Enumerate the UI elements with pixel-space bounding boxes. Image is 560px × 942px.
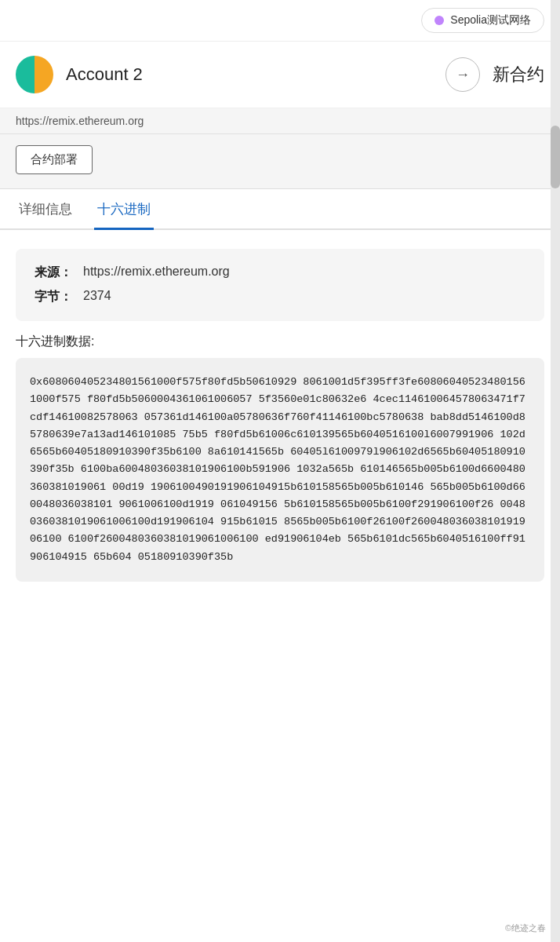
account-name: Account 2: [66, 64, 433, 85]
url-bar-area: https://remix.ethereum.org: [0, 108, 560, 134]
hex-data-box: 0x608060405234801561000f575f80fd5b506109…: [16, 358, 544, 582]
url-text: https://remix.ethereum.org: [16, 115, 544, 127]
tab-details[interactable]: 详细信息: [16, 189, 75, 230]
account-avatar: [16, 56, 53, 93]
tabs-row: 详细信息 十六进制: [0, 189, 560, 230]
deploy-button[interactable]: 合约部署: [16, 145, 93, 174]
info-card: 来源： https://remix.ethereum.org 字节： 2374: [16, 249, 544, 321]
bytes-value: 2374: [83, 289, 111, 303]
arrow-button[interactable]: →: [445, 57, 480, 92]
source-value: https://remix.ethereum.org: [83, 265, 230, 279]
network-badge[interactable]: Sepolia测试网络: [421, 8, 544, 33]
network-dot-icon: [435, 16, 444, 25]
network-label: Sepolia测试网络: [450, 13, 531, 27]
source-label: 来源：: [35, 265, 74, 281]
tab-hex[interactable]: 十六进制: [94, 189, 154, 230]
scrollbar-track: [551, 0, 560, 942]
hex-section-title: 十六进制数据:: [0, 334, 560, 358]
account-row: Account 2 → 新合约: [0, 42, 560, 108]
bytes-label: 字节：: [35, 289, 74, 305]
new-contract-label: 新合约: [493, 63, 544, 86]
info-row-bytes: 字节： 2374: [35, 289, 525, 305]
deploy-area: 合约部署: [0, 134, 560, 189]
top-bar: Sepolia测试网络: [0, 0, 560, 42]
hex-data-content: 0x608060405234801561000f575f80fd5b506109…: [30, 376, 525, 563]
info-row-source: 来源： https://remix.ethereum.org: [35, 265, 525, 281]
watermark: ©绝迹之春: [505, 922, 546, 934]
arrow-icon: →: [456, 67, 470, 83]
scrollbar-thumb[interactable]: [551, 126, 560, 188]
